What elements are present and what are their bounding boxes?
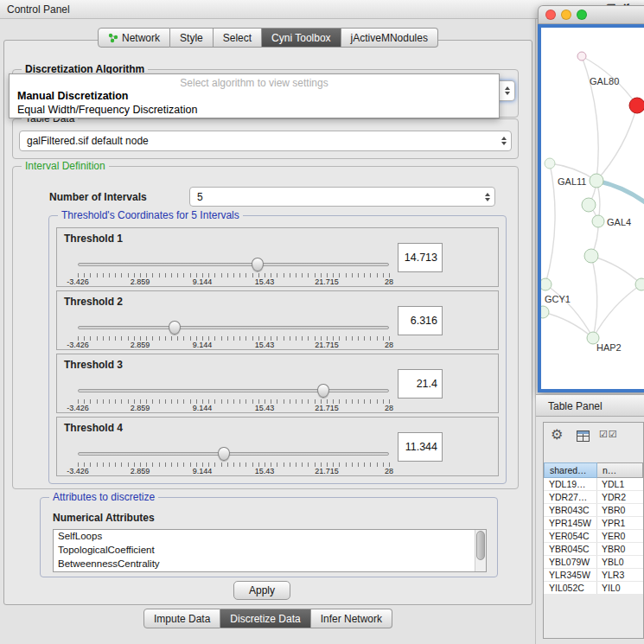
attributes-group: Attributes to discretize Numerical Attri… bbox=[40, 497, 498, 577]
network-node[interactable] bbox=[541, 306, 549, 318]
dropdown-option-equal-width-frequency[interactable]: Equal Width/Frequency Discretization bbox=[10, 104, 499, 118]
network-node[interactable] bbox=[545, 158, 555, 169]
table-row[interactable]: YBR043CYBR0 bbox=[544, 504, 643, 517]
tab-cyni-toolbox[interactable]: Cyni Toolbox bbox=[262, 28, 341, 48]
slider-thumb[interactable] bbox=[169, 321, 181, 335]
slider-track[interactable] bbox=[78, 389, 389, 392]
table-row[interactable]: YER054CYER0 bbox=[544, 530, 643, 543]
dropdown-option-manual-discretization[interactable]: Manual Discretization bbox=[10, 90, 499, 104]
column-header-shared-name[interactable]: shared… bbox=[544, 462, 597, 478]
table-cell: YDR2 bbox=[597, 491, 643, 503]
table-columns-icon[interactable] bbox=[577, 430, 590, 442]
table-row[interactable]: YBR045CYBR0 bbox=[544, 543, 643, 556]
interval-definition-title: Interval Definition bbox=[22, 160, 109, 172]
tab-style[interactable]: Style bbox=[170, 28, 214, 48]
threshold-slider[interactable] bbox=[78, 321, 389, 335]
tick-label: -3.426 bbox=[67, 277, 89, 286]
network-node[interactable] bbox=[590, 174, 603, 188]
slider-thumb[interactable] bbox=[252, 258, 264, 271]
table-cell: YER0 bbox=[597, 530, 643, 542]
tick-label: 28 bbox=[385, 467, 393, 475]
tick-label: 15.43 bbox=[255, 404, 275, 412]
tab-network[interactable]: Network bbox=[98, 28, 170, 48]
table-data-value: galFiltered.sif default node bbox=[27, 135, 149, 147]
attribute-list-item[interactable]: BetweennessCentrality bbox=[54, 558, 486, 571]
table-row[interactable]: YLR345WYLR3 bbox=[544, 569, 643, 582]
panel-title: Control Panel bbox=[7, 3, 70, 16]
network-canvas[interactable]: GAL80GAL11GAL4GCY1HAP2 bbox=[541, 28, 644, 389]
minimize-window-icon[interactable] bbox=[561, 10, 571, 20]
threshold-value-field[interactable]: 6.316 bbox=[398, 306, 443, 335]
number-of-intervals-combobox[interactable]: 5 bbox=[189, 187, 495, 207]
threshold-label: Threshold 2 bbox=[64, 296, 123, 308]
threshold-value-field[interactable]: 21.4 bbox=[398, 369, 443, 399]
slider-track[interactable] bbox=[78, 452, 389, 456]
tab-impute-data[interactable]: Impute Data bbox=[143, 609, 220, 628]
network-node[interactable] bbox=[541, 278, 552, 290]
close-window-icon[interactable] bbox=[545, 10, 556, 20]
tab-label: Impute Data bbox=[154, 613, 210, 625]
table-panel-header: Table Panel bbox=[536, 394, 644, 417]
threshold-value-field[interactable]: 14.713 bbox=[398, 243, 443, 272]
network-node[interactable] bbox=[577, 52, 586, 61]
table-row[interactable]: YDR27…YDR2 bbox=[544, 491, 643, 504]
tab-infer-network[interactable]: Infer Network bbox=[311, 609, 392, 628]
tick-label: 21.715 bbox=[315, 467, 339, 475]
network-node[interactable] bbox=[592, 215, 604, 227]
attribute-list-item[interactable]: TopologicalCoefficient bbox=[54, 544, 486, 558]
tick-label: -3.426 bbox=[67, 404, 89, 412]
tick-label: 15.43 bbox=[255, 341, 275, 349]
column-header-name[interactable]: n… bbox=[597, 462, 643, 478]
attributes-group-title: Attributes to discretize bbox=[49, 491, 158, 503]
network-node[interactable] bbox=[635, 278, 644, 290]
tick-label: 21.715 bbox=[315, 341, 339, 349]
table-row[interactable]: YPR145WYPR1 bbox=[544, 517, 643, 530]
network-node[interactable] bbox=[584, 249, 598, 263]
table-row[interactable]: YDL19…YDL1 bbox=[544, 478, 643, 491]
network-edge bbox=[591, 256, 641, 284]
tab-label: Style bbox=[180, 32, 203, 44]
tab-label: Network bbox=[122, 32, 160, 44]
threshold-label: Threshold 4 bbox=[64, 422, 123, 434]
tab-discretize-data[interactable]: Discretize Data bbox=[220, 609, 310, 628]
bottom-tab-bar: Impute DataDiscretize DataInfer Network bbox=[0, 609, 536, 628]
tab-jactivemnodules[interactable]: jActiveMNodules bbox=[341, 28, 438, 48]
slider-track[interactable] bbox=[78, 263, 389, 266]
slider-thumb[interactable] bbox=[218, 447, 230, 461]
threshold-slider[interactable] bbox=[78, 384, 389, 398]
tick-label: 2.859 bbox=[131, 404, 150, 412]
network-window-titlebar[interactable] bbox=[538, 5, 644, 24]
table-row[interactable]: YIL052CYIL0 bbox=[544, 582, 643, 595]
slider-thumb[interactable] bbox=[317, 384, 329, 398]
table-rows: YDL19…YDL1YDR27…YDR2YBR043CYBR0YPR145WYP… bbox=[544, 478, 643, 595]
apply-button[interactable]: Apply bbox=[233, 581, 290, 600]
network-edge bbox=[582, 56, 598, 181]
network-node[interactable] bbox=[629, 98, 644, 113]
dropdown-placeholder: Select algorithm to view settings bbox=[10, 77, 499, 90]
threshold-value-field[interactable]: 11.344 bbox=[398, 432, 443, 462]
tab-select[interactable]: Select bbox=[214, 28, 262, 48]
table-data-combobox[interactable]: galFiltered.sif default node bbox=[19, 131, 512, 151]
network-edge bbox=[596, 181, 644, 207]
tab-label: Discretize Data bbox=[230, 613, 300, 625]
node-label: GCY1 bbox=[545, 294, 571, 304]
table-cell: YLR3 bbox=[597, 569, 643, 581]
threshold-slider[interactable] bbox=[78, 447, 389, 461]
attributes-scrollbar[interactable] bbox=[475, 530, 486, 571]
scrollbar-thumb[interactable] bbox=[476, 531, 485, 560]
table-cell: YBL079W bbox=[544, 556, 597, 568]
network-node[interactable] bbox=[582, 198, 596, 212]
table-row[interactable]: YBL079WYBL0 bbox=[544, 556, 643, 569]
gear-icon[interactable]: ⚙ bbox=[551, 426, 563, 443]
threshold-slider[interactable] bbox=[78, 258, 389, 271]
threshold-label: Threshold 1 bbox=[64, 233, 123, 245]
table-cell: YBR0 bbox=[597, 504, 643, 516]
attribute-list-item[interactable]: SelfLoops bbox=[54, 530, 486, 544]
select-columns-icon[interactable]: ☑☑ bbox=[599, 429, 618, 440]
network-icon bbox=[108, 33, 118, 43]
slider-track[interactable] bbox=[78, 326, 389, 329]
zoom-window-icon[interactable] bbox=[577, 10, 587, 20]
threshold-box: Threshold 3-3.4262.8599.14415.4321.71528… bbox=[56, 354, 499, 413]
table-cell: YDL1 bbox=[597, 478, 643, 490]
table-toolbar: ⚙ ☑☑ bbox=[544, 423, 643, 462]
